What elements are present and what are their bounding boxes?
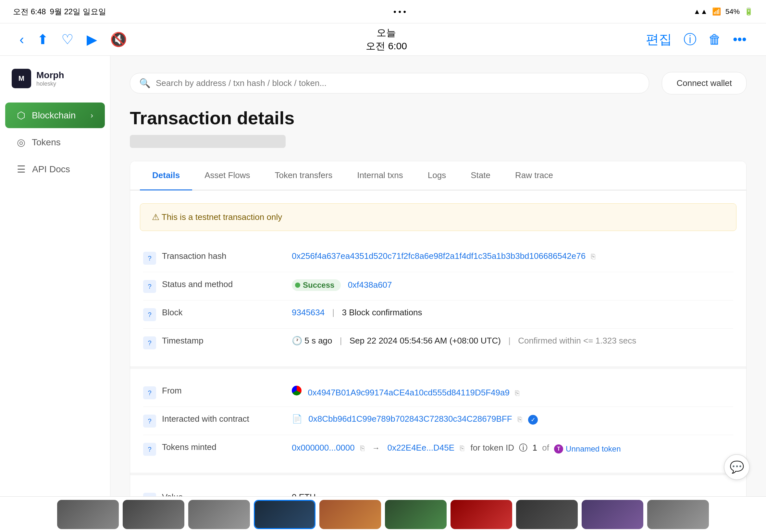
chat-fab-button[interactable]: 💬 (724, 454, 750, 480)
interacted-row: ? Interacted with contract 📄 0x8Cbb96d1C… (143, 407, 733, 435)
tokens-minted-value: 0x000000...0000 ⎘ → 0x22E4Ee...D45E ⎘ fo… (292, 442, 733, 453)
dock-item-1[interactable] (57, 500, 119, 529)
tab-logs[interactable]: Logs (416, 161, 458, 190)
edit-label[interactable]: 편집 (646, 30, 672, 48)
value-row: ? Value 0 ETH (143, 485, 733, 496)
battery-text: 54% (725, 7, 740, 16)
tab-token-transfers[interactable]: Token transfers (262, 161, 345, 190)
tokens-to-copy[interactable]: ⎘ (460, 444, 464, 452)
blockchain-arrow: › (91, 111, 93, 120)
api-docs-label: API Docs (32, 164, 70, 175)
tab-state[interactable]: State (458, 161, 503, 190)
sidebar-item-tokens[interactable]: ◎ Tokens (5, 129, 105, 155)
token-name-text[interactable]: Unnamed token (566, 444, 621, 453)
section-divider-1 (130, 366, 746, 369)
contract-doc-icon: 📄 (292, 414, 302, 424)
dock-item-8[interactable] (516, 500, 578, 529)
logo-name: Morph (36, 70, 64, 81)
top-nav-left-icons: ‹ ⬆ ♡ ▶ 🔇 (19, 31, 127, 47)
timestamp-datetime: Sep 22 2024 05:54:56 AM (+08:00 UTC) (349, 336, 501, 345)
from-avatar (292, 386, 301, 395)
dock-item-3[interactable] (188, 500, 250, 529)
mute-icon[interactable]: 🔇 (110, 31, 127, 47)
tab-internal-txns[interactable]: Internal txns (345, 161, 416, 190)
dock-item-5[interactable] (319, 500, 381, 529)
tx-hash-value: 0x256f4a637ea4351d520c71f2fc8a6e98f2a1f4… (292, 251, 733, 261)
from-copy-icon[interactable]: ⎘ (515, 389, 519, 397)
status-dots: • • • (394, 7, 406, 16)
info-icon[interactable]: ⓘ (684, 30, 697, 48)
dock-item-9[interactable] (582, 500, 643, 529)
more-icon[interactable]: ••• (733, 32, 747, 47)
success-badge: Success (292, 279, 341, 291)
tx-hash-text[interactable]: 0x256f4a637ea4351d520c71f2fc8a6e98f2a1f4… (292, 251, 586, 261)
from-address[interactable]: 0x4947B01A9c99174aCE4a10cd555d84119D5F49… (308, 388, 510, 397)
dock-item-4[interactable] (254, 500, 315, 529)
tx-hash-info-icon: ? (143, 252, 156, 265)
page-title: Transaction details (130, 107, 747, 128)
nav-title-today: 오늘 (366, 26, 407, 40)
timestamp-confirmed: Confirmed within <= 1.323 secs (518, 336, 636, 345)
sidebar-logo: M Morph holesky (0, 69, 110, 101)
tab-details[interactable]: Details (140, 161, 192, 190)
status-label: Status and method (162, 279, 292, 289)
block-value: 9345634 | 3 Block confirmations (292, 308, 733, 318)
share-icon[interactable]: ⬆ (37, 31, 48, 47)
dock-item-7[interactable] (451, 500, 512, 529)
battery-icon: 🔋 (744, 7, 753, 16)
block-number[interactable]: 9345634 (292, 308, 324, 317)
nav-title-time: 오전 6:00 (366, 40, 407, 53)
testnet-notice: ⚠ This is a testnet transaction only (140, 203, 736, 231)
tab-raw-trace[interactable]: Raw trace (503, 161, 565, 190)
search-input[interactable] (156, 78, 640, 88)
sidebar-logo-text: Morph holesky (36, 70, 64, 88)
tabs: Details Asset Flows Token transfers Inte… (130, 161, 746, 190)
search-bar[interactable]: 🔍 (130, 73, 649, 93)
tokens-from-copy[interactable]: ⎘ (360, 444, 364, 452)
interacted-info-icon: ? (143, 415, 156, 428)
dock-item-10[interactable] (647, 500, 709, 529)
main-content: 🔍 Connect wallet Transaction details Det… (110, 56, 766, 496)
tokens-from-addr[interactable]: 0x000000...0000 (292, 443, 355, 453)
token-id-info-icon: ⓘ (519, 443, 528, 453)
dock-item-6[interactable] (385, 500, 447, 529)
delete-icon[interactable]: 🗑 (708, 32, 721, 47)
wifi-icon: 📶 (712, 7, 721, 16)
app-container: M Morph holesky ⬡ Blockchain › ◎ Tokens … (0, 56, 766, 496)
status-time: 오전 6:48 (13, 6, 46, 17)
connect-wallet-button[interactable]: Connect wallet (662, 72, 747, 94)
contract-address[interactable]: 0x8Cbb96d1C99e789b702843C72830c34C28679B… (308, 414, 512, 424)
detail-section-3: ? Value 0 ETH ? Transaction fee 0.000025… (130, 475, 746, 496)
blockchain-icon: ⬡ (17, 110, 25, 121)
api-docs-icon: ☰ (17, 163, 26, 175)
tx-hash-copy-icon[interactable]: ⎘ (591, 252, 595, 260)
contract-verify-icon: ✓ (528, 415, 538, 425)
status-bar-center: • • • (394, 6, 406, 17)
top-nav-title: 오늘 오전 6:00 (366, 26, 407, 53)
sidebar-item-api-docs[interactable]: ☰ API Docs (5, 156, 105, 182)
morph-logo-icon: M (12, 69, 31, 88)
tx-hash-label: Transaction hash (162, 251, 292, 261)
contract-copy-icon[interactable]: ⎘ (518, 415, 522, 423)
tokens-icon: ◎ (17, 137, 25, 148)
status-dot (295, 283, 300, 288)
status-info-icon: ? (143, 280, 156, 293)
top-nav-bar: ‹ ⬆ ♡ ▶ 🔇 오늘 오전 6:00 편집 ⓘ 🗑 ••• (0, 23, 766, 56)
sidebar-item-blockchain[interactable]: ⬡ Blockchain › (5, 103, 105, 128)
from-row: ? From 0x4947B01A9c99174aCE4a10cd555d841… (143, 379, 733, 407)
dock-item-2[interactable] (123, 500, 184, 529)
play-icon[interactable]: ▶ (87, 31, 97, 47)
search-icon: 🔍 (139, 78, 151, 89)
tab-asset-flows[interactable]: Asset Flows (192, 161, 262, 190)
tokens-to-addr[interactable]: 0x22E4Ee...D45E (387, 443, 455, 453)
from-label: From (162, 386, 292, 396)
status-date: 9월 22일 일요일 (50, 6, 106, 17)
back-icon[interactable]: ‹ (19, 32, 24, 47)
heart-icon[interactable]: ♡ (61, 31, 74, 47)
blockchain-label: Blockchain (32, 110, 76, 121)
from-info-icon: ? (143, 386, 156, 399)
block-label: Block (162, 308, 292, 318)
status-bar: 오전 6:48 9월 22일 일요일 • • • ▲▲ 📶 54% 🔋 (0, 0, 766, 23)
block-row: ? Block 9345634 | 3 Block confirmations (143, 300, 733, 329)
interacted-label: Interacted with contract (162, 414, 292, 424)
